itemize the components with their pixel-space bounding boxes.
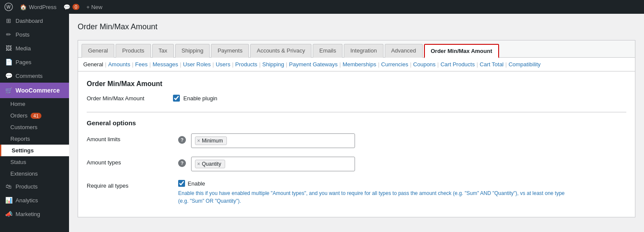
- sub-nav-memberships[interactable]: Memberships: [342, 61, 376, 68]
- tab-accounts-privacy[interactable]: Accounts & Privacy: [250, 44, 311, 58]
- posts-icon: ✏: [5, 31, 12, 38]
- sidebar-item-marketing[interactable]: 📣 Marketing: [0, 207, 69, 221]
- require-all-types-help-text: Enable this if you have enabled multiple…: [178, 189, 566, 205]
- sub-nav-sep-10: |: [410, 61, 411, 68]
- sub-nav-amounts[interactable]: Amounts: [108, 61, 130, 68]
- comments-side-icon: 💬: [5, 72, 12, 79]
- page-title: Order Min/Max Amount: [78, 22, 635, 31]
- sub-nav-users[interactable]: Users: [216, 61, 230, 68]
- amount-types-row: Amount types ? × Quantity: [87, 157, 626, 171]
- amount-limits-label: Amount limits: [87, 133, 173, 142]
- enable-plugin-text: Enable plugin: [183, 95, 217, 102]
- admin-bar-site-name[interactable]: 🏠 WordPress: [20, 4, 57, 10]
- sidebar-item-analytics[interactable]: 📊 Analytics: [0, 193, 69, 207]
- enable-plugin-checkbox[interactable]: [173, 95, 180, 102]
- sidebar-item-dashboard[interactable]: ⊞ Dashboard: [0, 14, 69, 28]
- general-options-title: General options: [87, 112, 626, 127]
- amount-types-input[interactable]: × Quantity: [191, 157, 355, 171]
- sidebar-item-posts[interactable]: ✏ Posts: [0, 28, 69, 41]
- require-all-types-content: Enable Enable this if you have enabled m…: [178, 180, 626, 205]
- sub-nav-sep-5: |: [232, 61, 233, 68]
- tab-tax[interactable]: Tax: [152, 44, 174, 58]
- amount-limits-tag-minimum: × Minimum: [195, 136, 227, 145]
- sidebar-item-pages[interactable]: 📄 Pages: [0, 55, 69, 69]
- sidebar-sub-home[interactable]: Home: [0, 98, 69, 110]
- sidebar-sub-status[interactable]: Status: [0, 156, 69, 168]
- sub-nav-payment-gateways[interactable]: Payment Gateways: [289, 61, 338, 68]
- require-enable-label: Enable: [188, 180, 205, 187]
- tab-shipping[interactable]: Shipping: [175, 44, 210, 58]
- sub-nav-cart-total[interactable]: Cart Total: [480, 61, 503, 68]
- sub-nav-sep-7: |: [286, 61, 287, 68]
- sub-nav-user-roles[interactable]: User Roles: [183, 61, 210, 68]
- tab-advanced[interactable]: Advanced: [385, 44, 423, 58]
- enable-plugin-row: Order Min/Max Amount Enable plugin: [87, 95, 626, 102]
- sub-nav-fees[interactable]: Fees: [135, 61, 148, 68]
- sub-nav-sep-11: |: [437, 61, 439, 68]
- sidebar-item-media[interactable]: 🖼 Media: [0, 41, 69, 55]
- tab-emails[interactable]: Emails: [313, 44, 342, 58]
- tab-general[interactable]: General: [82, 44, 114, 58]
- sidebar-sub-reports[interactable]: Reports: [0, 133, 69, 145]
- sub-nav-sep-1: |: [132, 61, 133, 68]
- admin-bar: W 🏠 WordPress 💬 0 + New: [0, 0, 644, 14]
- require-all-types-checkbox[interactable]: [178, 180, 185, 187]
- sidebar: ⊞ Dashboard ✏ Posts 🖼 Media 📄 Pages 💬 Co…: [0, 14, 69, 232]
- require-all-types-label: Require all types: [87, 180, 173, 189]
- pages-icon: 📄: [5, 59, 12, 65]
- section-title: Order Min/Max Amount: [87, 80, 626, 88]
- tab-order-minmax[interactable]: Order Min/Max Amount: [424, 44, 499, 58]
- sidebar-sub-settings[interactable]: Settings: [0, 145, 69, 156]
- sub-nav-sep-2: |: [149, 61, 151, 68]
- products-icon: 🛍: [5, 183, 12, 190]
- sidebar-item-comments[interactable]: 💬 Comments: [0, 69, 69, 83]
- sub-nav-cart-products[interactable]: Cart Products: [440, 61, 474, 68]
- amount-types-label: Amount types: [87, 157, 173, 166]
- marketing-icon: 📣: [5, 210, 12, 217]
- enable-row: Enable plugin: [173, 95, 217, 102]
- sub-nav-sep-9: |: [378, 61, 379, 68]
- amount-limits-row: Amount limits ? × Minimum: [87, 133, 626, 148]
- enable-plugin-label: Order Min/Max Amount: [87, 95, 173, 102]
- sidebar-woocommerce-header[interactable]: 🛒 WooCommerce: [0, 83, 69, 98]
- sub-nav-general[interactable]: General: [83, 61, 103, 68]
- remove-minimum-icon[interactable]: ×: [197, 138, 200, 144]
- woocommerce-icon: 🛒: [5, 87, 12, 94]
- sub-nav-sep-12: |: [477, 61, 478, 68]
- sidebar-sub-orders[interactable]: Orders 41: [0, 110, 69, 121]
- tab-integration[interactable]: Integration: [344, 44, 383, 58]
- sub-nav-products[interactable]: Products: [235, 61, 257, 68]
- sub-nav-coupons[interactable]: Coupons: [413, 61, 436, 68]
- remove-quantity-icon[interactable]: ×: [197, 161, 200, 167]
- sub-nav-sep-0: |: [105, 61, 106, 68]
- comments-icon: 💬: [63, 4, 70, 10]
- admin-bar-new[interactable]: + New: [86, 4, 102, 10]
- sub-nav-messages[interactable]: Messages: [153, 61, 178, 68]
- amount-limits-help-icon[interactable]: ?: [178, 136, 186, 144]
- svg-text:W: W: [6, 5, 11, 9]
- amount-types-help-icon[interactable]: ?: [178, 159, 186, 167]
- admin-bar-wp-logo[interactable]: W: [4, 3, 13, 11]
- sub-nav-compatibility[interactable]: Compatibility: [509, 61, 540, 68]
- tabs-row: General Products Tax Shipping Payments A…: [78, 40, 635, 58]
- sub-nav-sep-13: |: [506, 61, 507, 68]
- tab-payments[interactable]: Payments: [211, 44, 249, 58]
- media-icon: 🖼: [5, 45, 12, 52]
- sub-nav: General | Amounts | Fees | Messages | Us…: [78, 58, 635, 71]
- sub-nav-sep-8: |: [339, 61, 341, 68]
- amount-types-tag-quantity: × Quantity: [195, 160, 225, 168]
- sub-nav-sep-3: |: [180, 61, 181, 68]
- sidebar-item-products[interactable]: 🛍 Products: [0, 179, 69, 193]
- require-enable-row: Enable: [178, 180, 626, 187]
- sidebar-sub-extensions[interactable]: Extensions: [0, 168, 69, 179]
- sidebar-sub-customers[interactable]: Customers: [0, 121, 69, 133]
- main-content: Order Min/Max Amount General Products Ta…: [69, 14, 644, 232]
- sub-nav-currencies[interactable]: Currencies: [381, 61, 408, 68]
- analytics-icon: 📊: [5, 197, 12, 204]
- amount-limits-input[interactable]: × Minimum: [191, 133, 355, 148]
- admin-bar-comments[interactable]: 💬 0: [63, 4, 79, 10]
- sub-nav-sep-4: |: [213, 61, 214, 68]
- sub-nav-shipping[interactable]: Shipping: [262, 61, 284, 68]
- content-area: Order Min/Max Amount Order Min/Max Amoun…: [78, 71, 635, 217]
- tab-products[interactable]: Products: [116, 44, 151, 58]
